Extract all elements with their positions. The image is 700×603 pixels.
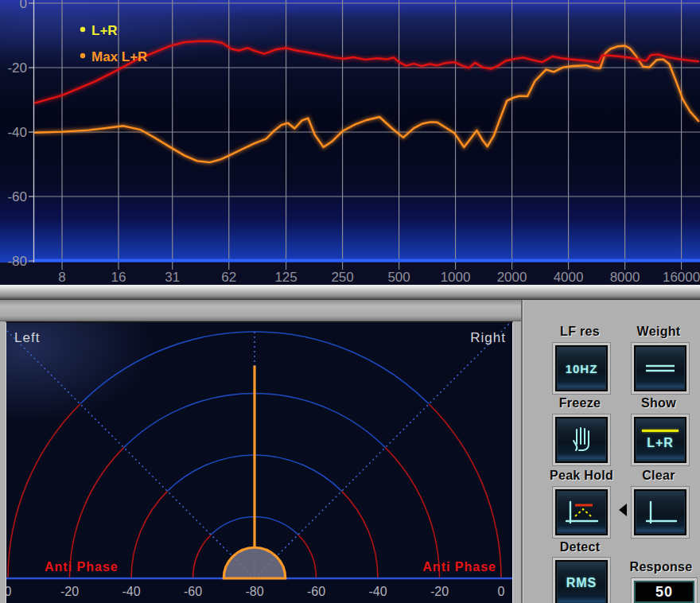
spectrum-analyzer-display: 81631621252505001000200040008000160000-2… bbox=[0, 0, 700, 285]
lf-res-value: 10HZ bbox=[566, 362, 598, 375]
x-tick-label: 8000 bbox=[610, 270, 640, 285]
y-tick-label: -40 bbox=[7, 125, 27, 140]
weight-label: Weight bbox=[637, 325, 681, 339]
bottom-axis-line bbox=[34, 259, 700, 263]
x-tick-label: 1000 bbox=[441, 270, 471, 285]
y-tick-label: -60 bbox=[7, 189, 27, 204]
scope-scale-label: -20 bbox=[60, 585, 79, 598]
x-tick-label: 4000 bbox=[554, 270, 584, 285]
x-tick-label: 250 bbox=[331, 270, 353, 285]
spectrum-chart: 81631621252505001000200040008000160000-2… bbox=[0, 0, 700, 285]
freeze-label: Freeze bbox=[559, 396, 601, 410]
scope-scale-label: 0 bbox=[6, 585, 12, 598]
show-yellow-line-icon bbox=[642, 430, 679, 432]
show-button[interactable]: L+R bbox=[634, 417, 686, 463]
weight-button[interactable] bbox=[634, 345, 686, 391]
clear-graph-icon bbox=[641, 497, 679, 527]
panel-divider bbox=[0, 285, 700, 300]
scope-scale-label: -40 bbox=[368, 585, 387, 598]
show-value: L+R bbox=[647, 436, 674, 450]
y-tick-label: 0 bbox=[20, 0, 27, 11]
scope-scale-label: 0 bbox=[498, 585, 505, 598]
control-panel: LF res Weight 10HZ Freeze Show bbox=[521, 300, 700, 603]
clear-button[interactable] bbox=[634, 489, 686, 535]
freeze-button[interactable] bbox=[555, 417, 608, 463]
x-tick-label: 16000 bbox=[663, 270, 700, 285]
detect-label: Detect bbox=[560, 540, 601, 554]
scope-scale-label: -60 bbox=[307, 585, 325, 598]
response-field[interactable]: 50 bbox=[631, 578, 698, 603]
peak-hold-button[interactable] bbox=[555, 489, 608, 535]
phase-scope-chart: 0-20-40-60-80-60-40-200 Left Right Anti … bbox=[6, 323, 512, 603]
legend-dot-sum bbox=[80, 27, 85, 32]
scope-corner-glow bbox=[6, 323, 325, 514]
response-value: 50 bbox=[655, 584, 673, 601]
scope-scale-label: -40 bbox=[122, 585, 140, 598]
peak-hold-label: Peak Hold bbox=[550, 469, 613, 483]
x-tick-label: 31 bbox=[165, 270, 180, 285]
response-field-screen: 50 bbox=[634, 581, 694, 603]
scope-left-label: Left bbox=[14, 330, 40, 345]
x-tick-label: 125 bbox=[274, 270, 297, 285]
detect-button[interactable]: RMS bbox=[555, 560, 608, 603]
clear-label: Clear bbox=[642, 469, 675, 483]
weight-flat-lines-icon bbox=[641, 360, 679, 376]
lower-section: 0-20-40-60-80-60-40-200 Left Right Anti … bbox=[0, 300, 700, 603]
lf-res-button[interactable]: 10HZ bbox=[555, 345, 608, 391]
x-tick-label: 8 bbox=[58, 270, 65, 285]
scope-scale-label: -60 bbox=[184, 585, 202, 598]
detect-value: RMS bbox=[566, 576, 597, 590]
show-label: Show bbox=[641, 396, 676, 410]
scope-right-label: Right bbox=[470, 330, 506, 345]
anti-phase-left-label: Anti Phase bbox=[45, 560, 119, 574]
x-tick-label: 62 bbox=[221, 270, 236, 285]
anti-phase-right-label: Anti Phase bbox=[422, 560, 496, 574]
lf-res-label: LF res bbox=[560, 325, 600, 339]
hand-icon bbox=[567, 425, 596, 455]
x-tick-label: 16 bbox=[111, 270, 126, 285]
scope-scale-label: -20 bbox=[430, 585, 449, 598]
phase-scope-display: 0-20-40-60-80-60-40-200 Left Right Anti … bbox=[6, 321, 513, 603]
y-tick-label: -80 bbox=[7, 254, 27, 269]
legend-dot-max bbox=[80, 53, 85, 58]
legend-label-sum: L+R bbox=[91, 23, 118, 38]
y-tick-label: -20 bbox=[7, 60, 27, 76]
x-tick-label: 500 bbox=[387, 270, 410, 285]
legend-label-max: Max L+R bbox=[91, 49, 147, 64]
scope-scale-label: -80 bbox=[245, 585, 263, 598]
analyzer-window: 81631621252505001000200040008000160000-2… bbox=[0, 0, 700, 603]
peak-hold-graph-icon bbox=[562, 497, 601, 527]
x-tick-label: 2000 bbox=[497, 270, 527, 285]
response-label: Response bbox=[630, 560, 693, 574]
copy-arrow-icon bbox=[619, 504, 627, 516]
